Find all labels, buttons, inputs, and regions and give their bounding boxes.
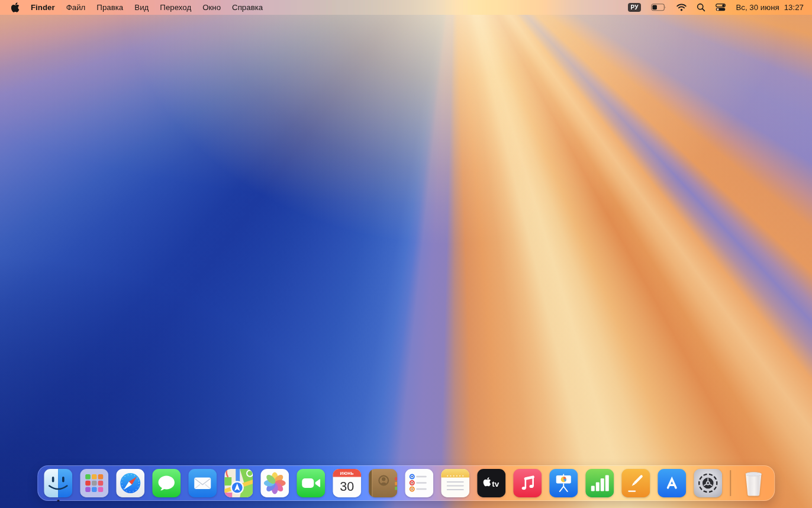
dock-app-messages[interactable] (152, 469, 181, 497)
dock-app-safari[interactable] (116, 469, 144, 497)
notes-icon (441, 469, 469, 497)
keynote-icon (549, 469, 578, 497)
dock-trash[interactable] (739, 468, 768, 498)
dock-app-photos[interactable] (260, 469, 289, 497)
date-label: Вс, 30 июня (736, 3, 779, 12)
input-source-badge[interactable]: РУ (628, 3, 641, 12)
dock-app-system-settings[interactable] (694, 469, 722, 497)
dock-app-app-store[interactable] (658, 469, 686, 497)
dock-app-keynote[interactable] (549, 469, 578, 497)
dock: ИЮНЬ 30 (37, 465, 775, 501)
battery-icon[interactable] (651, 4, 666, 11)
dock-app-pages[interactable] (621, 469, 650, 497)
calendar-month-label: ИЮНЬ (340, 471, 354, 475)
app-store-icon (658, 469, 686, 497)
dock-app-numbers[interactable] (585, 469, 614, 497)
desktop: Finder Файл Правка Вид Переход Окно Спра… (0, 0, 812, 508)
calendar-day-label: 30 (340, 480, 354, 494)
dock-app-notes[interactable] (441, 469, 469, 497)
maps-icon (224, 469, 253, 497)
desktop-wallpaper (0, 0, 812, 508)
mail-icon (188, 469, 217, 497)
dock-app-contacts[interactable] (369, 469, 397, 497)
apple-tv-label: tv (492, 480, 499, 488)
reminders-icon (405, 469, 433, 497)
menu-go[interactable]: Переход (160, 3, 191, 12)
wifi-icon[interactable] (676, 4, 687, 11)
apple-menu-icon[interactable] (11, 2, 20, 12)
dock-app-maps[interactable] (224, 469, 253, 497)
facetime-icon (297, 469, 325, 497)
apple-tv-icon: tv (477, 469, 505, 497)
menu-file[interactable]: Файл (66, 3, 86, 12)
spotlight-search-icon[interactable] (697, 3, 705, 12)
trash-icon (739, 468, 768, 498)
menu-view[interactable]: Вид (134, 3, 149, 12)
dock-divider (730, 470, 731, 496)
dock-app-facetime[interactable] (297, 469, 325, 497)
safari-icon (116, 469, 144, 497)
dock-app-finder[interactable] (44, 469, 72, 497)
numbers-icon (585, 469, 614, 497)
active-app-menu[interactable]: Finder (31, 3, 55, 12)
menu-window[interactable]: Окно (202, 3, 221, 12)
dock-app-launchpad[interactable] (80, 469, 108, 497)
menu-help[interactable]: Справка (232, 3, 263, 12)
time-label: 13:27 (784, 3, 804, 12)
pages-icon (621, 469, 650, 497)
menu-bar-clock[interactable]: Вс, 30 июня 13:27 (736, 3, 804, 12)
photos-icon (260, 469, 289, 497)
contacts-icon (369, 469, 397, 497)
menu-bar: Finder Файл Правка Вид Переход Окно Спра… (0, 0, 812, 15)
dock-app-music[interactable] (513, 469, 542, 497)
menu-edit[interactable]: Правка (96, 3, 123, 12)
calendar-icon: ИЮНЬ 30 (333, 469, 361, 497)
dock-app-apple-tv[interactable]: tv (477, 469, 505, 497)
dock-app-calendar[interactable]: ИЮНЬ 30 (333, 469, 361, 497)
music-icon (513, 469, 542, 497)
launchpad-icon (80, 469, 108, 497)
system-settings-icon (694, 469, 722, 497)
messages-icon (152, 469, 181, 497)
dock-app-mail[interactable] (188, 469, 217, 497)
menu-bar-left: Finder Файл Правка Вид Переход Окно Спра… (0, 2, 263, 12)
dock-app-reminders[interactable] (405, 469, 433, 497)
control-center-icon[interactable] (716, 4, 726, 11)
finder-running-indicator (57, 500, 60, 502)
menu-bar-status: РУ (628, 3, 812, 12)
finder-icon (44, 469, 72, 497)
